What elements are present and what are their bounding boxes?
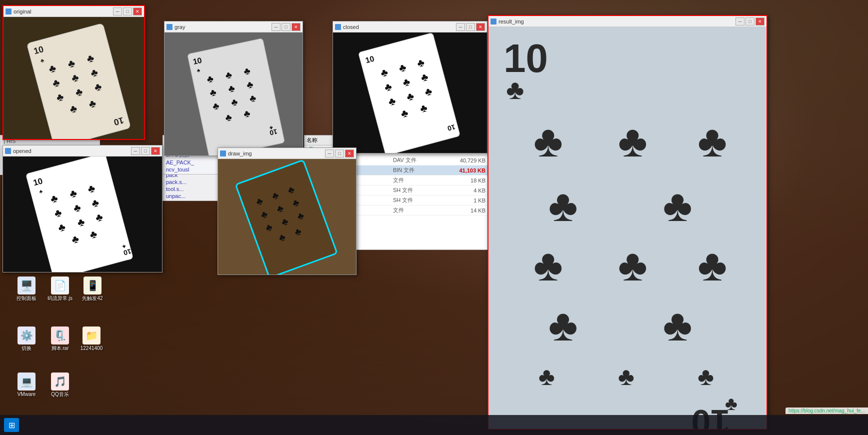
nav-ncv[interactable]: ncv_tousl xyxy=(164,166,221,173)
original-card-svg: 10 ♣ ♣ ♣ ♣ ♣ ♣ ♣ ♣ ♣ ♣ ♣ ♣ 10 xyxy=(4,17,144,139)
opened-card-svg: 10 ♣ ♣ ♣ ♣ ♣ ♣ ♣ ♣ ♣ ♣ ♣ ♣ 10 ♣ xyxy=(3,156,162,272)
draw-img-title-icon xyxy=(220,150,226,156)
opened-title-icon xyxy=(5,148,11,154)
nav-tools[interactable]: tool.s... xyxy=(164,186,221,192)
opened-minimize[interactable]: ─ xyxy=(131,147,140,155)
svg-text:♣: ♣ xyxy=(698,362,714,390)
svg-text:♣: ♣ xyxy=(618,116,648,166)
svg-text:♣: ♣ xyxy=(506,74,524,105)
switch-label: 切换 xyxy=(22,346,32,352)
result-maximize[interactable]: □ xyxy=(746,18,754,26)
desktop-icon-switch[interactable]: ⚙️ 切换 xyxy=(9,326,44,352)
svg-text:♣: ♣ xyxy=(663,180,692,230)
control-panel-label: 控制面板 xyxy=(16,296,36,302)
qq-music-icon: 🎵 xyxy=(51,372,69,390)
trigger-label: 先触发42 xyxy=(82,296,102,302)
gray-close[interactable]: ✕ xyxy=(292,23,300,31)
gray-card-svg: 10 ♣ ♣ ♣ ♣ ♣ ♣ ♣ ♣ ♣ ♣ ♣ ♣ 10 ♣ xyxy=(164,32,302,156)
desktop-icon-vmware[interactable]: 💻 VMware xyxy=(9,372,44,398)
desktop-icon-rar[interactable]: 🗜️ 脚本.rar xyxy=(42,326,78,352)
opened-controls: ─ □ ✕ xyxy=(131,147,160,155)
draw-img-titlebar: draw_img ─ □ ✕ xyxy=(218,148,356,159)
file-type-unpac: 文件 xyxy=(390,206,444,216)
gray-title-icon xyxy=(166,24,172,30)
opened-window: opened ─ □ ✕ 10 ♣ ♣ ♣ ♣ ♣ ♣ ♣ ♣ ♣ ♣ ♣ xyxy=(2,145,162,272)
file-size-factor: 41,103 KB xyxy=(444,166,488,176)
draw-img-maximize[interactable]: □ xyxy=(335,150,344,158)
svg-text:♣: ♣ xyxy=(698,240,727,290)
closed-close[interactable]: ✕ xyxy=(476,23,485,31)
draw-img-close[interactable]: ✕ xyxy=(345,150,354,158)
svg-text:10: 10 xyxy=(504,36,548,80)
draw-img-window: draw_img ─ □ ✕ ♣ ♣ ♣ ♣ ♣ ♣ ♣ ♣ ♣ ♣ xyxy=(218,148,356,275)
switch-icon: ⚙️ xyxy=(18,326,36,344)
svg-text:♣: ♣ xyxy=(548,180,578,230)
file-type-pack: 文件 xyxy=(390,176,444,186)
closed-maximize[interactable]: □ xyxy=(466,23,475,31)
taskbar: ⊞ xyxy=(0,415,868,435)
desktop-icon-control-panel[interactable]: 🖥️ 控制面板 xyxy=(9,276,44,302)
gray-maximize[interactable]: □ xyxy=(282,23,290,31)
closed-window: closed ─ □ ✕ 10 ♣ ♣ ♣ ♣ ♣ ♣ ♣ ♣ ♣ ♣ ♣ xyxy=(332,21,488,154)
draw-img-svg: ♣ ♣ ♣ ♣ ♣ ♣ ♣ ♣ ♣ ♣ ♣ xyxy=(218,159,356,274)
closed-controls: ─ □ ✕ xyxy=(456,23,485,31)
opened-close[interactable]: ✕ xyxy=(151,147,160,155)
nav-aepack[interactable]: AE_PACK_ xyxy=(164,159,221,166)
draw-img-content: ♣ ♣ ♣ ♣ ♣ ♣ ♣ ♣ ♣ ♣ ♣ xyxy=(218,159,356,274)
closed-minimize[interactable]: ─ xyxy=(456,23,465,31)
file-size-packs: 4 KB xyxy=(444,186,488,196)
start-icon: ⊞ xyxy=(8,420,15,430)
svg-text:♣: ♣ xyxy=(618,362,634,390)
file-type-digica: DAV 文件 xyxy=(390,156,444,166)
svg-text:♣: ♣ xyxy=(534,116,563,166)
file-size-tools: 1 KB xyxy=(444,196,488,206)
result-close[interactable]: ✕ xyxy=(756,18,764,26)
original-controls: ─ □ ✕ xyxy=(113,8,142,16)
closed-title-icon xyxy=(335,24,341,30)
original-title-icon xyxy=(6,8,12,14)
rar-label: 脚本.rar xyxy=(52,346,69,352)
original-minimize[interactable]: ─ xyxy=(113,8,122,16)
gray-window: gray ─ □ ✕ 10 ♣ ♣ ♣ ♣ ♣ ♣ ♣ ♣ ♣ ♣ ♣ xyxy=(164,21,303,156)
svg-text:♣: ♣ xyxy=(534,240,563,290)
file-size-unpac: 14 KB xyxy=(444,206,488,216)
num-label: 12241400 xyxy=(80,346,103,352)
original-maximize[interactable]: □ xyxy=(123,8,132,16)
desktop-icon-trigger[interactable]: 📱 先触发42 xyxy=(75,276,110,302)
result-controls: ─ □ ✕ xyxy=(736,18,764,26)
url-text: https://blog.csdn.net/mag_hui_fe... xyxy=(788,408,865,414)
result-title-icon xyxy=(490,18,496,24)
original-window: original ─ □ ✕ 10 ♣ ♣ ♣ ♣ ♣ ♣ ♣ xyxy=(2,5,145,140)
opened-title-text: opened xyxy=(13,148,131,154)
opened-titlebar: opened ─ □ ✕ xyxy=(3,146,162,156)
start-button[interactable]: ⊞ xyxy=(4,418,19,432)
vmware-icon: 💻 xyxy=(18,372,36,390)
result-minimize[interactable]: ─ xyxy=(736,18,744,26)
opened-content: 10 ♣ ♣ ♣ ♣ ♣ ♣ ♣ ♣ ♣ ♣ ♣ ♣ 10 ♣ xyxy=(3,156,162,272)
qq-music-label: QQ音乐 xyxy=(51,392,69,398)
gray-minimize[interactable]: ─ xyxy=(272,23,280,31)
original-close[interactable]: ✕ xyxy=(133,8,142,16)
gray-title-text: gray xyxy=(174,24,272,30)
opened-maximize[interactable]: □ xyxy=(141,147,150,155)
original-title-text: original xyxy=(14,8,113,14)
desktop-icon-num[interactable]: 📁 12241400 xyxy=(74,326,109,352)
original-content: 10 ♣ ♣ ♣ ♣ ♣ ♣ ♣ ♣ ♣ ♣ ♣ ♣ 10 xyxy=(4,17,144,139)
draw-img-minimize[interactable]: ─ xyxy=(325,150,334,158)
num-icon: 📁 xyxy=(82,326,100,344)
file-size-pack: 18 KB xyxy=(444,176,488,186)
result-card-svg: 10 ♣ ♣ ♣ ♣ ♣ ♣ ♣ ♣ ♣ ♣ ♣ ♣ ♣ ♣ xyxy=(488,27,766,429)
draw-img-controls: ─ □ ✕ xyxy=(325,150,354,158)
trigger-icon: 📱 xyxy=(84,276,102,294)
nav-unpac[interactable]: unpac... xyxy=(164,192,221,200)
desktop-icon-qq-music[interactable]: 🎵 QQ音乐 xyxy=(42,372,78,398)
desktop-icon-code-js[interactable]: 📄 码流异常.js xyxy=(42,276,78,302)
nav-packs[interactable]: pack.s... xyxy=(164,178,221,186)
draw-img-title-text: draw_img xyxy=(228,150,325,156)
gray-titlebar: gray ─ □ ✕ xyxy=(164,22,302,32)
result-img-window: result_img ─ □ ✕ 10 ♣ ♣ ♣ ♣ ♣ ♣ xyxy=(488,15,768,430)
result-title-text: result_img xyxy=(498,18,736,24)
svg-text:♣: ♣ xyxy=(663,300,692,350)
svg-text:♣: ♣ xyxy=(548,300,578,350)
gray-content: 10 ♣ ♣ ♣ ♣ ♣ ♣ ♣ ♣ ♣ ♣ ♣ ♣ 10 ♣ xyxy=(164,32,302,156)
